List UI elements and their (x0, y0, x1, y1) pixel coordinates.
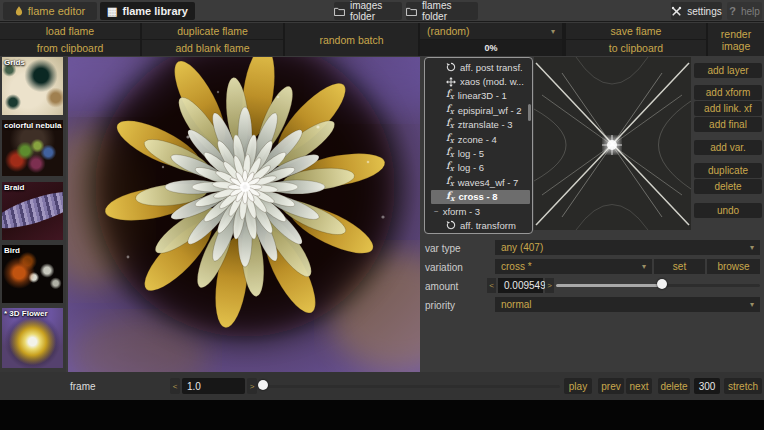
flames-folder-button[interactable]: flames folder (406, 2, 478, 20)
frame-count-field[interactable]: 300 (694, 378, 720, 394)
help-button[interactable]: ? help (727, 2, 762, 20)
amount-decrement-button[interactable]: < (487, 278, 496, 293)
priority-select[interactable]: normal ▾ (495, 297, 760, 312)
delete-button[interactable]: delete (694, 179, 762, 194)
from-clipboard-button[interactable]: from clipboard (0, 40, 140, 56)
list-scrollbar-thumb[interactable] (528, 104, 531, 121)
save-flame-button[interactable]: save flame (566, 23, 706, 39)
var-type-select[interactable]: any (407) ▾ (495, 240, 760, 255)
flame-render-view[interactable] (68, 57, 420, 372)
add-link-xf-button[interactable]: add link. xf (694, 101, 762, 116)
tab-flame-library-label: flame library (122, 5, 187, 17)
browse-button[interactable]: browse (707, 259, 760, 274)
var-type-label: var type (425, 243, 461, 254)
tree-collapse-icon[interactable]: − (434, 207, 439, 216)
load-flame-button[interactable]: load flame (0, 23, 140, 39)
settings-button[interactable]: settings (671, 2, 722, 20)
render-image-button[interactable]: render image (708, 23, 764, 56)
images-folder-button[interactable]: images folder (334, 2, 402, 20)
tab-flame-library[interactable]: ▦ flame library (100, 2, 195, 20)
slider-fill (556, 284, 662, 287)
transform-label: ztranslate - 3 (458, 119, 513, 130)
add-layer-button[interactable]: add layer (694, 63, 762, 78)
amount-slider[interactable] (556, 278, 760, 293)
question-icon: ? (729, 5, 736, 17)
transform-tree-list[interactable]: aff. post transf. xaos (mod. w... fx lin… (424, 57, 533, 234)
transform-item-xaos[interactable]: xaos (mod. w... (425, 74, 532, 88)
random-batch-button[interactable]: random batch (285, 23, 418, 56)
animation-frame-bar: frame < 1.0 > play prev next delete 300 … (0, 372, 764, 400)
transform-item-aff-transform[interactable]: aff. transform (425, 218, 532, 232)
variation-value: cross * (501, 261, 532, 272)
frame-increment-button[interactable]: > (247, 378, 257, 394)
library-item-label: Braid (4, 183, 62, 193)
amount-increment-button[interactable]: > (545, 278, 554, 293)
slider-track[interactable] (258, 385, 560, 388)
transform-item-log6[interactable]: fx log - 6 (425, 161, 532, 175)
transform-item-aff-post[interactable]: aff. post transf. (425, 60, 532, 74)
play-button[interactable]: play (564, 378, 592, 394)
transform-label: log - 5 (458, 148, 484, 159)
amount-label: amount (425, 281, 458, 292)
random-generator-select[interactable]: (random) ▾ (420, 23, 562, 39)
screenshot-root: flame editor ▦ flame library images fold… (0, 0, 764, 430)
slider-thumb[interactable] (657, 279, 667, 289)
library-item-3d-flower[interactable]: * 3D Flower (2, 308, 63, 368)
transform-item-epispiral[interactable]: fx epispiral_wf - 2 (425, 103, 532, 117)
frame-decrement-button[interactable]: < (170, 378, 180, 394)
amount-field[interactable]: 0.0095497 (498, 278, 543, 293)
slider-thumb[interactable] (258, 380, 268, 390)
prev-button[interactable]: prev (598, 378, 624, 394)
help-label: help (741, 6, 760, 17)
undo-button[interactable]: undo (694, 203, 762, 218)
transform-label: linear3D - 1 (458, 90, 507, 101)
tools-icon (671, 6, 682, 17)
library-item-label: colorful nebula (4, 121, 62, 131)
library-item-colorful-nebula[interactable]: colorful nebula (2, 120, 63, 176)
random-generator-value: (random) (427, 25, 470, 37)
chevron-down-icon: ▾ (750, 300, 754, 309)
variation-preview (534, 57, 691, 230)
transform-label: zcone - 4 (458, 134, 497, 145)
fx-icon: fx (446, 89, 454, 102)
priority-value: normal (501, 299, 532, 310)
grid-icon: ▦ (107, 6, 117, 16)
add-blank-flame-button[interactable]: add blank flame (142, 40, 283, 56)
transform-item-linear3d[interactable]: fx linear3D - 1 (425, 89, 532, 103)
library-item-bird[interactable]: Bird (2, 245, 63, 303)
top-menu-bar: flame editor ▦ flame library images fold… (0, 0, 764, 22)
add-var-button[interactable]: add var. (694, 140, 762, 155)
transform-item-zcone[interactable]: fx zcone - 4 (425, 132, 532, 146)
flame-library-sidebar: Grids colorful nebula Braid Bird * 3D Fl… (0, 57, 66, 396)
transform-label: aff. post transf. (460, 62, 523, 73)
folder-icon (406, 7, 417, 16)
transform-item-waves4[interactable]: fx waves4_wf - 7 (425, 175, 532, 189)
add-xform-button[interactable]: add xform (694, 85, 762, 100)
duplicate-flame-button[interactable]: duplicate flame (142, 23, 283, 39)
library-item-braid[interactable]: Braid (2, 182, 63, 240)
delete-frames-button[interactable]: delete (658, 378, 690, 394)
flames-folder-label: flames folder (422, 0, 478, 22)
transform-label: log - 6 (458, 162, 484, 173)
var-type-value: any (407) (501, 242, 543, 253)
app-window: flame editor ▦ flame library images fold… (0, 0, 764, 400)
set-button[interactable]: set (654, 259, 705, 274)
stretch-button[interactable]: stretch (724, 378, 762, 394)
frame-slider[interactable] (258, 379, 560, 394)
transform-item-cross-selected[interactable]: fx cross - 8 (431, 190, 530, 204)
next-button[interactable]: next (626, 378, 652, 394)
variation-select[interactable]: cross * ▾ (495, 259, 652, 274)
transform-item-xform3[interactable]: − xform - 3 (425, 204, 532, 218)
chevron-down-icon: ▾ (750, 243, 754, 252)
transform-item-log5[interactable]: fx log - 5 (425, 146, 532, 160)
duplicate-button[interactable]: duplicate (694, 163, 762, 178)
frame-field[interactable]: 1.0 (182, 378, 245, 394)
transform-item-ztranslate[interactable]: fx ztranslate - 3 (425, 118, 532, 132)
tab-flame-editor[interactable]: flame editor (3, 2, 97, 20)
add-final-button[interactable]: add final (694, 117, 762, 132)
library-item-grids[interactable]: Grids (2, 57, 63, 115)
fx-icon: fx (446, 104, 454, 117)
to-clipboard-button[interactable]: to clipboard (566, 40, 706, 56)
fx-icon: fx (446, 191, 455, 203)
transform-label: waves4_wf - 7 (458, 177, 519, 188)
